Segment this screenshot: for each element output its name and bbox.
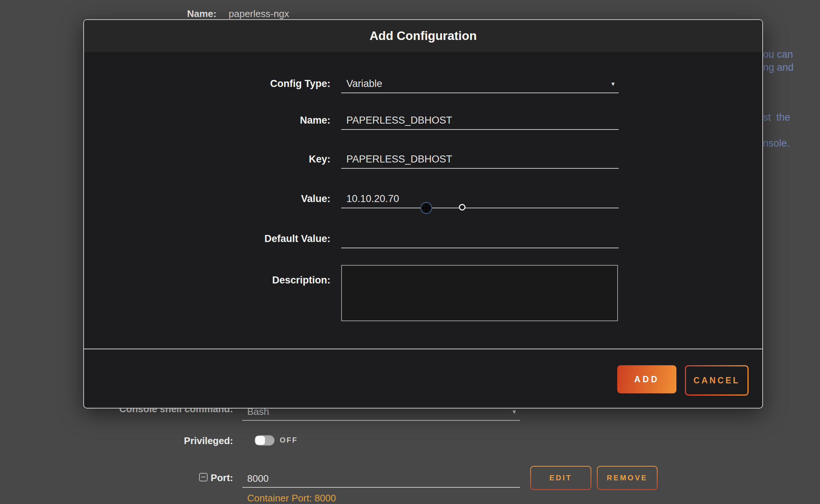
bg-help-text-fragment: ou can [763,49,793,60]
privileged-row: Privileged: [0,435,820,446]
chevron-down-icon: ▼ [511,409,517,415]
dialog-title: Add Configuration [370,29,477,43]
port-label: Port: [0,472,233,484]
description-textarea[interactable] [341,265,618,321]
key-label: Key: [84,150,330,168]
toggle-knob [255,436,265,445]
click-indicator-icon [459,204,466,211]
value-input[interactable]: 10.10.20.70 [341,190,619,208]
privileged-state: OFF [280,436,298,444]
config-type-value: Variable [341,75,619,93]
move-cursor-icon [420,202,433,214]
dialog-header: Add Configuration [84,20,762,52]
value-label: Value: [84,190,330,208]
default-value-label: Default Value: [84,230,330,248]
privileged-label: Privileged: [0,435,233,447]
bg-name-value: paperless-ngx [229,8,289,20]
bg-name-row: Name: paperless-ngx [0,8,820,20]
key-input[interactable]: PAPERLESS_DBHOST [341,150,619,169]
screen: Name: paperless-ngx ou can ng and st the… [0,0,820,504]
key-value: PAPERLESS_DBHOST [341,150,619,168]
bg-help-text-fragment: st the [763,112,790,123]
privileged-toggle[interactable] [255,435,275,446]
default-value-input[interactable] [341,230,619,248]
add-button[interactable]: ADD [617,365,676,393]
footer-divider [84,349,762,349]
chevron-down-icon: ▼ [610,81,616,87]
description-label: Description: [84,271,330,289]
container-port-note: Container Port: 8000 [247,493,336,504]
edit-button[interactable]: EDIT [530,466,591,490]
bg-help-text-fragment: ng and [763,62,794,73]
cancel-button[interactable]: CANCEL [685,365,749,396]
remove-button[interactable]: REMOVE [597,466,658,490]
port-input[interactable]: 8000 [242,470,520,488]
bg-name-label: Name: [0,8,216,20]
value-value: 10.10.20.70 [341,190,619,208]
port-value: 8000 [242,473,269,484]
name-input[interactable]: PAPERLESS_DBHOST [341,111,619,130]
name-value: PAPERLESS_DBHOST [341,111,619,129]
config-type-select[interactable]: Variable ▼ [341,75,619,93]
add-configuration-dialog: Add Configuration Config Type: Variable … [83,19,763,409]
bg-help-text-fragment: nsole. [763,138,790,149]
name-label: Name: [84,111,330,129]
config-type-label: Config Type: [84,75,330,93]
